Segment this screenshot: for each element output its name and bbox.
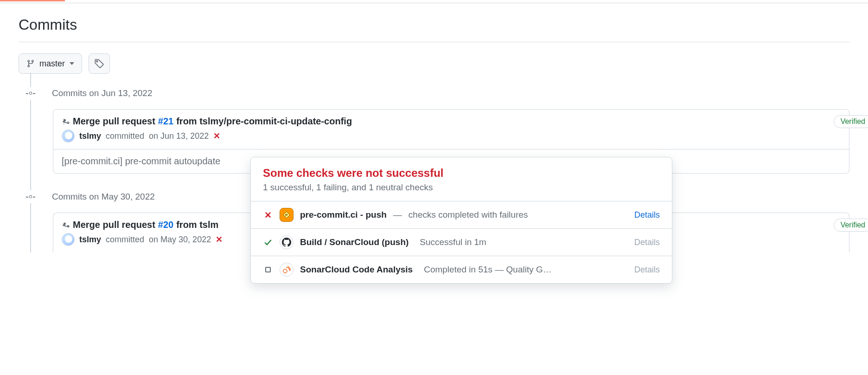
tag-filter-button[interactable]: [89, 53, 110, 74]
pr-link[interactable]: #20: [158, 220, 173, 230]
verified-badge[interactable]: Verified: [834, 219, 868, 232]
checks-popover-summary: 1 successful, 1 failing, and 1 neutral c…: [263, 182, 660, 193]
timeline-line: [30, 73, 31, 252]
page-progress-bar: [0, 0, 65, 1]
app-icon-precommit: P: [280, 208, 294, 222]
check-row: SonarCloud Code Analysis Completed in 51…: [251, 256, 672, 269]
date-label: Commits on Jun 13, 2022: [52, 88, 153, 98]
commit-title-suffix: from tslmy/pre-commit-ci-update-config: [176, 116, 352, 127]
page-title: Commits: [19, 3, 849, 42]
app-icon-sonarcloud: [280, 263, 294, 269]
check-name: SonarCloud Code Analysis: [300, 265, 413, 269]
caret-down-icon: [70, 62, 74, 65]
commit-title-suffix: from tslm: [176, 220, 218, 230]
svg-point-0: [96, 61, 98, 62]
svg-text:P: P: [285, 213, 288, 217]
status-success-icon: [264, 238, 272, 246]
checks-popover: Some checks were not successful 1 succes…: [250, 157, 672, 269]
branch-selector[interactable]: master: [19, 53, 82, 74]
commit-item[interactable]: Merge pull request #21 from tslmy/pre-co…: [53, 110, 849, 149]
status-neutral-icon: [265, 267, 271, 269]
check-details-link[interactable]: Details: [634, 265, 660, 270]
avatar[interactable]: [62, 233, 75, 246]
status-failure-icon: ✕: [264, 210, 272, 220]
avatar[interactable]: [62, 129, 75, 142]
git-merge-icon: [62, 221, 70, 229]
author-username[interactable]: tslmy: [79, 235, 101, 245]
check-details-link[interactable]: Details: [634, 210, 660, 220]
check-dash: —: [393, 210, 402, 220]
checks-popover-title: Some checks were not successful: [263, 167, 660, 180]
git-branch-icon: [26, 59, 35, 68]
date-label: Commits on May 30, 2022: [52, 192, 155, 202]
status-x-icon[interactable]: ✕: [213, 131, 220, 141]
check-name: Build / SonarCloud (push): [300, 237, 408, 247]
check-row: ✕ P pre-commit.ci - push — checks comple…: [251, 201, 672, 229]
committed-word: committed: [106, 131, 144, 141]
app-icon-github: [280, 235, 294, 249]
check-desc: checks completed with failures: [408, 210, 528, 220]
commit-title-prefix: Merge pull request: [73, 220, 155, 230]
commit-date: on May 30, 2022: [149, 235, 211, 245]
commit-title-prefix: Merge pull request: [73, 116, 155, 127]
git-merge-icon: [62, 117, 70, 126]
committed-word: committed: [106, 235, 144, 245]
commit-date-heading: Commits on Jun 13, 2022: [19, 87, 849, 100]
tag-icon: [95, 59, 104, 68]
verified-badge[interactable]: Verified: [834, 115, 868, 128]
status-x-icon[interactable]: ✕: [216, 234, 223, 245]
commit-date: on Jun 13, 2022: [149, 131, 209, 141]
check-details-link[interactable]: Details: [634, 238, 660, 247]
author-username[interactable]: tslmy: [79, 131, 101, 141]
check-desc: Successful in 1m: [420, 237, 486, 247]
check-row: Build / SonarCloud (push) Successful in …: [251, 229, 672, 256]
pr-link[interactable]: #21: [158, 116, 173, 127]
branch-name: master: [39, 59, 65, 69]
commit-node-icon: [26, 89, 35, 98]
check-name: pre-commit.ci - push: [300, 210, 387, 220]
commit-node-icon: [26, 192, 35, 201]
check-desc: Completed in 51s — Quality G…: [424, 265, 552, 269]
